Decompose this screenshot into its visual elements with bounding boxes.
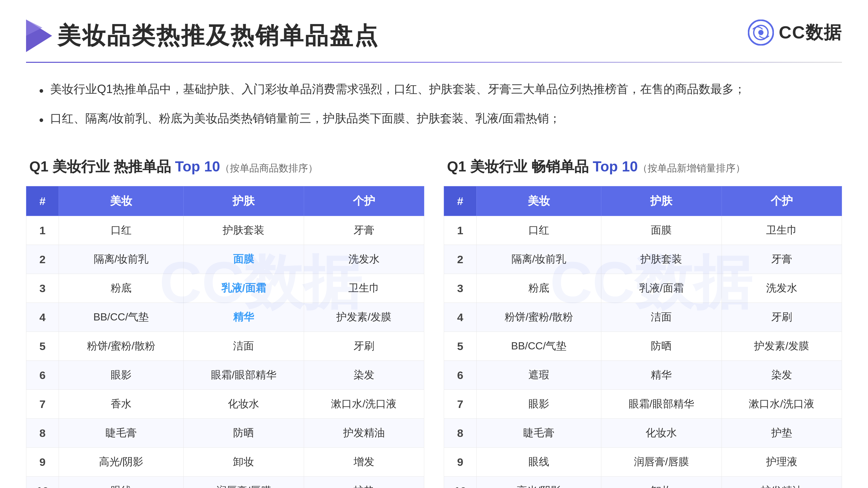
cell-hufu: 洁面 [601,303,721,332]
bullet-item-2: • 口红、隔离/妆前乳、粉底为美妆品类热销销量前三，护肤品类下面膜、护肤套装、乳… [39,108,829,131]
cell-hufu: 面膜 [184,245,304,274]
table-row: 8睫毛膏防晒护发精油 [26,419,424,448]
cc-logo-icon [748,20,774,45]
cell-meizhuang: 粉底 [477,274,601,303]
cell-geh: 护理液 [721,448,842,477]
table2-col-rank: # [444,187,477,216]
cell-hufu: 洁面 [184,332,304,361]
title-section: 美妆品类热推及热销单品盘点 [26,20,379,52]
table-row: 9高光/阴影卸妆增发 [26,448,424,477]
table-row: 1口红面膜卫生巾 [444,216,842,245]
cell-meizhuang: 香水 [59,390,184,419]
cell-geh: 牙膏 [304,216,424,245]
cell-hufu: 乳液/面霜 [184,274,304,303]
table2-title-prefix: Q1 美妆行业 畅销单品 [447,158,593,174]
table-row: 4粉饼/蜜粉/散粉洁面牙刷 [444,303,842,332]
cell-meizhuang: 眼线 [477,448,601,477]
cell-hufu: 乳液/面霜 [601,274,721,303]
cell-meizhuang: 口红 [59,216,184,245]
cell-rank: 3 [444,274,477,303]
cell-geh: 护发精油 [304,419,424,448]
cell-rank: 5 [26,332,59,361]
cell-meizhuang: 高光/阴影 [59,448,184,477]
cell-geh: 染发 [721,361,842,390]
cell-hufu: 眼霜/眼部精华 [184,361,304,390]
cell-hufu: 精华 [601,361,721,390]
cell-meizhuang: 遮瑕 [477,361,601,390]
cell-rank: 3 [26,274,59,303]
cell-geh: 洗发水 [721,274,842,303]
cell-rank: 7 [26,390,59,419]
svg-point-4 [758,30,764,35]
table-row: 10眼线润唇膏/唇膜护垫 [26,477,424,488]
table-row: 2隔离/妆前乳护肤套装牙膏 [444,245,842,274]
bullet-text-2: 口红、隔离/妆前乳、粉底为美妆品类热销销量前三，护肤品类下面膜、护肤套装、乳液/… [50,108,561,128]
cell-hufu: 眼霜/眼部精华 [601,390,721,419]
table-row: 9眼线润唇膏/唇膜护理液 [444,448,842,477]
cell-meizhuang: BB/CC/气垫 [59,303,184,332]
table1-top-label: Top 10 [175,158,220,174]
cell-geh: 增发 [304,448,424,477]
table-row: 5BB/CC/气垫防晒护发素/发膜 [444,332,842,361]
cell-geh: 牙刷 [304,332,424,361]
table2-subtitle: （按单品新增销量排序） [638,163,745,173]
cell-geh: 卫生巾 [721,216,842,245]
cell-rank: 10 [444,477,477,488]
cell-meizhuang: 高光/阴影 [477,477,601,488]
cell-rank: 10 [26,477,59,488]
table-row: 5粉饼/蜜粉/散粉洁面牙刷 [26,332,424,361]
table-row: 6遮瑕精华染发 [444,361,842,390]
table1: # 美妆 护肤 个护 1口红护肤套装牙膏2隔离/妆前乳面膜洗发水3粉底乳液/面霜… [26,186,424,488]
cell-rank: 8 [26,419,59,448]
cell-meizhuang: 眼线 [59,477,184,488]
logo-area: CC数据 [748,20,842,45]
table1-title-prefix: Q1 美妆行业 热推单品 [29,158,175,174]
page-title: 美妆品类热推及热销单品盘点 [57,20,379,52]
cell-rank: 4 [26,303,59,332]
cell-geh: 护发素/发膜 [721,332,842,361]
cell-meizhuang: 隔离/妆前乳 [477,245,601,274]
cell-meizhuang: 睫毛膏 [59,419,184,448]
cell-meizhuang: 眼影 [477,390,601,419]
table1-title: Q1 美妆行业 热推单品 Top 10（按单品商品数排序） [26,157,424,176]
cell-rank: 4 [444,303,477,332]
cell-geh: 卫生巾 [304,274,424,303]
title-arrow-icon [26,20,52,52]
table-row: 2隔离/妆前乳面膜洗发水 [26,245,424,274]
cell-hufu: 护肤套装 [184,216,304,245]
cell-geh: 牙膏 [721,245,842,274]
table2-col-geh: 个护 [721,187,842,216]
logo-text: CC数据 [779,21,842,44]
cell-geh: 染发 [304,361,424,390]
cell-geh: 护发素/发膜 [304,303,424,332]
cell-hufu: 防晒 [601,332,721,361]
cell-hufu: 面膜 [601,216,721,245]
header: 美妆品类热推及热销单品盘点 CC数据 [0,0,868,62]
table-row: 8睫毛膏化妆水护垫 [444,419,842,448]
cell-hufu: 精华 [184,303,304,332]
cell-meizhuang: 粉底 [59,274,184,303]
cell-meizhuang: 口红 [477,216,601,245]
cell-hufu: 防晒 [184,419,304,448]
table2-col-meizhuang: 美妆 [477,187,601,216]
table2: # 美妆 护肤 个护 1口红面膜卫生巾2隔离/妆前乳护肤套装牙膏3粉底乳液/面霜… [444,186,842,488]
table2-top-label: Top 10 [593,158,638,174]
cell-geh: 牙刷 [721,303,842,332]
table-row: 7香水化妆水漱口水/洗口液 [26,390,424,419]
cell-meizhuang: 隔离/妆前乳 [59,245,184,274]
table1-header-row: # 美妆 护肤 个护 [26,187,424,216]
table-row: 3粉底乳液/面霜卫生巾 [26,274,424,303]
cell-geh: 护垫 [721,419,842,448]
table2-title: Q1 美妆行业 畅销单品 Top 10（按单品新增销量排序） [444,157,842,176]
cell-meizhuang: 粉饼/蜜粉/散粉 [477,303,601,332]
cell-rank: 9 [444,448,477,477]
cell-hufu: 化妆水 [601,419,721,448]
cell-rank: 9 [26,448,59,477]
table-row: 1口红护肤套装牙膏 [26,216,424,245]
cell-rank: 2 [444,245,477,274]
cell-geh: 护垫 [304,477,424,488]
bullet-dot-2: • [39,109,43,131]
cell-geh: 漱口水/洗口液 [304,390,424,419]
tables-container: Q1 美妆行业 热推单品 Top 10（按单品商品数排序） # 美妆 护肤 个护… [0,151,868,488]
table1-subtitle: （按单品商品数排序） [220,163,318,173]
